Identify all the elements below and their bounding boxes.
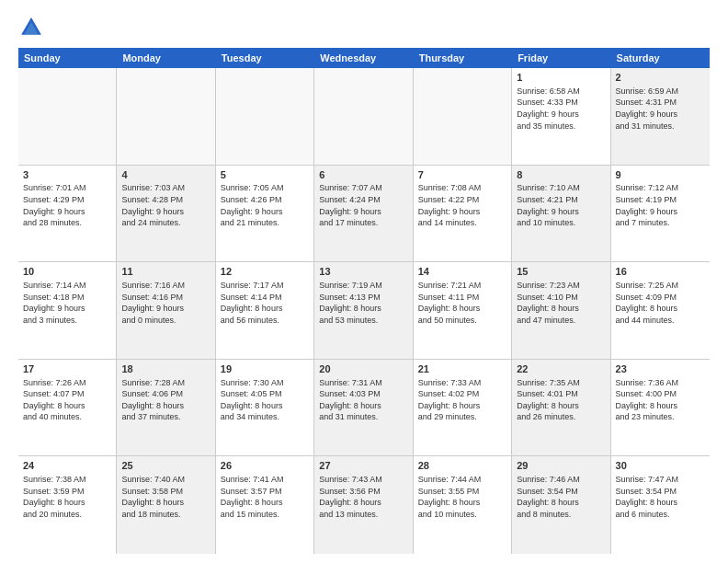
day-number: 27 [319,459,407,473]
calendar-cell-w3d3: 12Sunrise: 7:17 AM Sunset: 4:14 PM Dayli… [216,262,314,359]
calendar-cell-w3d6: 15Sunrise: 7:23 AM Sunset: 4:10 PM Dayli… [512,262,610,359]
day-info: Sunrise: 7:14 AM Sunset: 4:18 PM Dayligh… [23,280,111,326]
calendar-cell-w4d7: 23Sunrise: 7:36 AM Sunset: 4:00 PM Dayli… [611,360,710,456]
day-number: 6 [319,168,407,182]
calendar-cell-w2d3: 5Sunrise: 7:05 AM Sunset: 4:26 PM Daylig… [216,166,314,262]
day-info: Sunrise: 7:05 AM Sunset: 4:26 PM Dayligh… [221,182,309,228]
calendar-cell-w1d1 [18,68,117,165]
day-info: Sunrise: 7:33 AM Sunset: 4:02 PM Dayligh… [418,377,506,423]
calendar: SundayMondayTuesdayWednesdayThursdayFrid… [18,48,710,554]
calendar-week-5: 24Sunrise: 7:38 AM Sunset: 3:59 PM Dayli… [18,456,710,554]
calendar-cell-w1d5 [414,68,512,165]
day-number: 1 [517,71,605,85]
day-number: 14 [418,265,506,279]
day-number: 11 [121,265,210,279]
day-info: Sunrise: 6:59 AM Sunset: 4:31 PM Dayligh… [616,86,705,132]
day-number: 2 [616,71,705,85]
day-number: 23 [616,362,705,376]
day-info: Sunrise: 7:08 AM Sunset: 4:22 PM Dayligh… [418,182,506,228]
day-number: 17 [23,362,111,376]
day-number: 7 [418,168,506,182]
calendar-week-1: 1Sunrise: 6:58 AM Sunset: 4:33 PM Daylig… [18,68,710,166]
calendar-cell-w2d6: 8Sunrise: 7:10 AM Sunset: 4:21 PM Daylig… [512,166,610,262]
header-cell-thursday: Thursday [414,48,512,68]
day-number: 10 [23,265,111,279]
day-info: Sunrise: 7:03 AM Sunset: 4:28 PM Dayligh… [121,182,210,228]
day-info: Sunrise: 7:12 AM Sunset: 4:19 PM Dayligh… [616,182,705,228]
day-info: Sunrise: 7:47 AM Sunset: 3:54 PM Dayligh… [616,474,705,520]
day-info: Sunrise: 7:17 AM Sunset: 4:14 PM Dayligh… [221,280,309,326]
calendar-week-3: 10Sunrise: 7:14 AM Sunset: 4:18 PM Dayli… [18,262,710,360]
header-cell-saturday: Saturday [611,48,710,68]
day-number: 24 [23,459,111,473]
calendar-cell-w3d2: 11Sunrise: 7:16 AM Sunset: 4:16 PM Dayli… [117,262,215,359]
header-cell-sunday: Sunday [18,48,117,68]
calendar-body: 1Sunrise: 6:58 AM Sunset: 4:33 PM Daylig… [18,68,710,554]
day-info: Sunrise: 7:01 AM Sunset: 4:29 PM Dayligh… [23,182,111,228]
day-info: Sunrise: 7:07 AM Sunset: 4:24 PM Dayligh… [319,182,407,228]
calendar-cell-w4d5: 21Sunrise: 7:33 AM Sunset: 4:02 PM Dayli… [414,360,512,456]
day-number: 21 [418,362,506,376]
calendar-cell-w1d7: 2Sunrise: 6:59 AM Sunset: 4:31 PM Daylig… [611,68,710,165]
calendar-cell-w1d3 [216,68,314,165]
calendar-cell-w3d4: 13Sunrise: 7:19 AM Sunset: 4:13 PM Dayli… [314,262,413,359]
calendar-cell-w4d1: 17Sunrise: 7:26 AM Sunset: 4:07 PM Dayli… [18,360,117,456]
calendar-cell-w5d4: 27Sunrise: 7:43 AM Sunset: 3:56 PM Dayli… [314,456,413,554]
calendar-cell-w5d2: 25Sunrise: 7:40 AM Sunset: 3:58 PM Dayli… [117,456,215,554]
day-number: 25 [121,459,210,473]
header-cell-monday: Monday [117,48,215,68]
day-number: 19 [221,362,309,376]
day-info: Sunrise: 7:38 AM Sunset: 3:59 PM Dayligh… [23,474,111,520]
calendar-cell-w2d5: 7Sunrise: 7:08 AM Sunset: 4:22 PM Daylig… [414,166,512,262]
calendar-cell-w1d2 [117,68,215,165]
day-info: Sunrise: 7:31 AM Sunset: 4:03 PM Dayligh… [319,377,407,423]
day-number: 29 [517,459,605,473]
calendar-cell-w4d4: 20Sunrise: 7:31 AM Sunset: 4:03 PM Dayli… [314,360,413,456]
day-info: Sunrise: 7:44 AM Sunset: 3:55 PM Dayligh… [418,474,506,520]
day-number: 3 [23,168,111,182]
calendar-cell-w1d6: 1Sunrise: 6:58 AM Sunset: 4:33 PM Daylig… [512,68,610,165]
calendar-cell-w2d7: 9Sunrise: 7:12 AM Sunset: 4:19 PM Daylig… [611,166,710,262]
day-number: 30 [616,459,705,473]
calendar-cell-w2d2: 4Sunrise: 7:03 AM Sunset: 4:28 PM Daylig… [117,166,215,262]
header-cell-tuesday: Tuesday [216,48,314,68]
day-info: Sunrise: 7:19 AM Sunset: 4:13 PM Dayligh… [319,280,407,326]
header-cell-wednesday: Wednesday [314,48,413,68]
day-number: 12 [221,265,309,279]
day-info: Sunrise: 7:46 AM Sunset: 3:54 PM Dayligh… [517,474,605,520]
calendar-cell-w4d3: 19Sunrise: 7:30 AM Sunset: 4:05 PM Dayli… [216,360,314,456]
day-info: Sunrise: 7:25 AM Sunset: 4:09 PM Dayligh… [616,280,705,326]
logo-icon [18,15,44,40]
calendar-header: SundayMondayTuesdayWednesdayThursdayFrid… [18,48,710,68]
page: SundayMondayTuesdayWednesdayThursdayFrid… [0,0,728,563]
day-info: Sunrise: 6:58 AM Sunset: 4:33 PM Dayligh… [517,86,605,132]
day-number: 13 [319,265,407,279]
calendar-cell-w3d7: 16Sunrise: 7:25 AM Sunset: 4:09 PM Dayli… [611,262,710,359]
calendar-week-2: 3Sunrise: 7:01 AM Sunset: 4:29 PM Daylig… [18,166,710,263]
day-number: 28 [418,459,506,473]
day-info: Sunrise: 7:41 AM Sunset: 3:57 PM Dayligh… [221,474,309,520]
calendar-cell-w3d1: 10Sunrise: 7:14 AM Sunset: 4:18 PM Dayli… [18,262,117,359]
day-info: Sunrise: 7:21 AM Sunset: 4:11 PM Dayligh… [418,280,506,326]
day-number: 8 [517,168,605,182]
calendar-cell-w4d2: 18Sunrise: 7:28 AM Sunset: 4:06 PM Dayli… [117,360,215,456]
calendar-cell-w2d1: 3Sunrise: 7:01 AM Sunset: 4:29 PM Daylig… [18,166,117,262]
day-info: Sunrise: 7:40 AM Sunset: 3:58 PM Dayligh… [121,474,210,520]
calendar-cell-w5d1: 24Sunrise: 7:38 AM Sunset: 3:59 PM Dayli… [18,456,117,554]
day-info: Sunrise: 7:36 AM Sunset: 4:00 PM Dayligh… [616,377,705,423]
calendar-cell-w5d5: 28Sunrise: 7:44 AM Sunset: 3:55 PM Dayli… [414,456,512,554]
header-cell-friday: Friday [512,48,610,68]
day-number: 9 [616,168,705,182]
day-number: 18 [121,362,210,376]
calendar-week-4: 17Sunrise: 7:26 AM Sunset: 4:07 PM Dayli… [18,360,710,457]
day-info: Sunrise: 7:43 AM Sunset: 3:56 PM Dayligh… [319,474,407,520]
day-info: Sunrise: 7:35 AM Sunset: 4:01 PM Dayligh… [517,377,605,423]
day-info: Sunrise: 7:26 AM Sunset: 4:07 PM Dayligh… [23,377,111,423]
calendar-cell-w2d4: 6Sunrise: 7:07 AM Sunset: 4:24 PM Daylig… [314,166,413,262]
day-number: 26 [221,459,309,473]
day-number: 4 [121,168,210,182]
day-info: Sunrise: 7:30 AM Sunset: 4:05 PM Dayligh… [221,377,309,423]
day-info: Sunrise: 7:16 AM Sunset: 4:16 PM Dayligh… [121,280,210,326]
day-number: 15 [517,265,605,279]
calendar-cell-w3d5: 14Sunrise: 7:21 AM Sunset: 4:11 PM Dayli… [414,262,512,359]
